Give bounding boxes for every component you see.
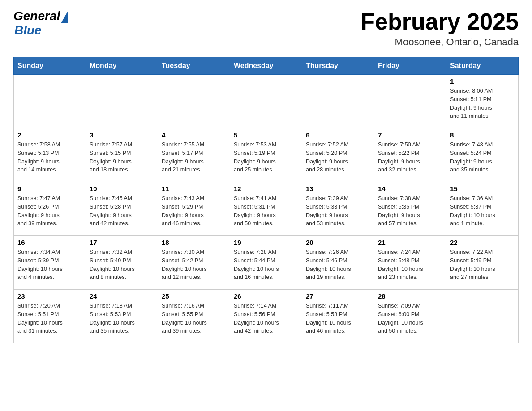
calendar-cell: 19Sunrise: 7:28 AM Sunset: 5:44 PM Dayli… xyxy=(230,236,302,290)
day-info: Sunrise: 7:22 AM Sunset: 5:49 PM Dayligh… xyxy=(450,248,515,282)
header-saturday: Saturday xyxy=(446,57,519,75)
calendar-cell: 3Sunrise: 7:57 AM Sunset: 5:15 PM Daylig… xyxy=(86,128,158,182)
calendar-cell: 13Sunrise: 7:39 AM Sunset: 5:33 PM Dayli… xyxy=(302,182,374,236)
day-number: 2 xyxy=(17,131,82,139)
calendar-cell: 15Sunrise: 7:36 AM Sunset: 5:37 PM Dayli… xyxy=(446,182,519,236)
day-info: Sunrise: 7:57 AM Sunset: 5:15 PM Dayligh… xyxy=(90,141,154,174)
calendar-cell xyxy=(86,75,158,128)
page-header: General Blue February 2025 Moosonee, Ont… xyxy=(13,9,519,48)
day-number: 19 xyxy=(234,239,298,246)
day-number: 13 xyxy=(306,185,370,193)
day-number: 16 xyxy=(17,239,82,246)
calendar-cell xyxy=(302,75,374,128)
day-number: 24 xyxy=(90,292,154,300)
day-number: 21 xyxy=(378,239,442,246)
day-number: 3 xyxy=(90,131,154,139)
logo-blue-text: Blue xyxy=(14,23,42,38)
day-info: Sunrise: 7:09 AM Sunset: 6:00 PM Dayligh… xyxy=(378,302,442,335)
day-info: Sunrise: 7:41 AM Sunset: 5:31 PM Dayligh… xyxy=(234,194,298,228)
week-row-4: 16Sunrise: 7:34 AM Sunset: 5:39 PM Dayli… xyxy=(14,236,519,290)
calendar-cell: 12Sunrise: 7:41 AM Sunset: 5:31 PM Dayli… xyxy=(230,182,302,236)
day-info: Sunrise: 7:20 AM Sunset: 5:51 PM Dayligh… xyxy=(17,302,82,335)
calendar-cell: 25Sunrise: 7:16 AM Sunset: 5:55 PM Dayli… xyxy=(158,290,230,343)
calendar-cell: 4Sunrise: 7:55 AM Sunset: 5:17 PM Daylig… xyxy=(158,128,230,182)
calendar-cell: 21Sunrise: 7:24 AM Sunset: 5:48 PM Dayli… xyxy=(374,236,446,290)
day-number: 5 xyxy=(234,131,298,139)
day-info: Sunrise: 7:30 AM Sunset: 5:42 PM Dayligh… xyxy=(162,248,226,282)
day-number: 4 xyxy=(162,131,226,139)
calendar-cell: 2Sunrise: 7:58 AM Sunset: 5:13 PM Daylig… xyxy=(14,128,86,182)
day-number: 17 xyxy=(90,239,154,246)
calendar-cell: 24Sunrise: 7:18 AM Sunset: 5:53 PM Dayli… xyxy=(86,290,158,343)
calendar-cell: 1Sunrise: 8:00 AM Sunset: 5:11 PM Daylig… xyxy=(446,75,519,128)
day-number: 7 xyxy=(378,131,442,139)
day-info: Sunrise: 8:00 AM Sunset: 5:11 PM Dayligh… xyxy=(450,87,515,120)
day-number: 12 xyxy=(234,185,298,193)
day-info: Sunrise: 7:14 AM Sunset: 5:56 PM Dayligh… xyxy=(234,302,298,335)
title-block: February 2025 Moosonee, Ontario, Canada xyxy=(360,9,519,48)
month-title: February 2025 xyxy=(360,9,519,34)
day-info: Sunrise: 7:32 AM Sunset: 5:40 PM Dayligh… xyxy=(90,248,154,282)
day-number: 8 xyxy=(450,131,515,139)
day-number: 10 xyxy=(90,185,154,193)
calendar-cell: 11Sunrise: 7:43 AM Sunset: 5:29 PM Dayli… xyxy=(158,182,230,236)
calendar-cell xyxy=(374,75,446,128)
calendar-cell: 23Sunrise: 7:20 AM Sunset: 5:51 PM Dayli… xyxy=(14,290,86,343)
week-row-1: 1Sunrise: 8:00 AM Sunset: 5:11 PM Daylig… xyxy=(14,75,519,128)
calendar-cell: 9Sunrise: 7:47 AM Sunset: 5:26 PM Daylig… xyxy=(14,182,86,236)
week-row-5: 23Sunrise: 7:20 AM Sunset: 5:51 PM Dayli… xyxy=(14,290,519,343)
calendar-header-row: SundayMondayTuesdayWednesdayThursdayFrid… xyxy=(14,57,519,75)
logo: General Blue xyxy=(13,9,68,38)
day-number: 9 xyxy=(17,185,82,193)
day-info: Sunrise: 7:47 AM Sunset: 5:26 PM Dayligh… xyxy=(17,194,82,228)
day-number: 18 xyxy=(162,239,226,246)
day-info: Sunrise: 7:43 AM Sunset: 5:29 PM Dayligh… xyxy=(162,194,226,228)
calendar-cell: 5Sunrise: 7:53 AM Sunset: 5:19 PM Daylig… xyxy=(230,128,302,182)
calendar-cell: 20Sunrise: 7:26 AM Sunset: 5:46 PM Dayli… xyxy=(302,236,374,290)
calendar-cell: 28Sunrise: 7:09 AM Sunset: 6:00 PM Dayli… xyxy=(374,290,446,343)
day-number: 11 xyxy=(162,185,226,193)
day-info: Sunrise: 7:45 AM Sunset: 5:28 PM Dayligh… xyxy=(90,194,154,228)
day-number: 26 xyxy=(234,292,298,300)
week-row-2: 2Sunrise: 7:58 AM Sunset: 5:13 PM Daylig… xyxy=(14,128,519,182)
calendar-cell xyxy=(158,75,230,128)
day-info: Sunrise: 7:58 AM Sunset: 5:13 PM Dayligh… xyxy=(17,141,82,174)
calendar-table: SundayMondayTuesdayWednesdayThursdayFrid… xyxy=(13,57,519,343)
day-number: 27 xyxy=(306,292,370,300)
day-info: Sunrise: 7:50 AM Sunset: 5:22 PM Dayligh… xyxy=(378,141,442,174)
week-row-3: 9Sunrise: 7:47 AM Sunset: 5:26 PM Daylig… xyxy=(14,182,519,236)
calendar-cell: 17Sunrise: 7:32 AM Sunset: 5:40 PM Dayli… xyxy=(86,236,158,290)
day-number: 1 xyxy=(450,77,515,85)
logo-general-text: General xyxy=(13,9,60,23)
day-info: Sunrise: 7:18 AM Sunset: 5:53 PM Dayligh… xyxy=(90,302,154,335)
day-info: Sunrise: 7:38 AM Sunset: 5:35 PM Dayligh… xyxy=(378,194,442,228)
day-info: Sunrise: 7:55 AM Sunset: 5:17 PM Dayligh… xyxy=(162,141,226,174)
header-wednesday: Wednesday xyxy=(230,57,302,75)
day-info: Sunrise: 7:11 AM Sunset: 5:58 PM Dayligh… xyxy=(306,302,370,335)
calendar-cell: 6Sunrise: 7:52 AM Sunset: 5:20 PM Daylig… xyxy=(302,128,374,182)
day-info: Sunrise: 7:34 AM Sunset: 5:39 PM Dayligh… xyxy=(17,248,82,282)
day-info: Sunrise: 7:26 AM Sunset: 5:46 PM Dayligh… xyxy=(306,248,370,282)
day-number: 25 xyxy=(162,292,226,300)
calendar-cell: 16Sunrise: 7:34 AM Sunset: 5:39 PM Dayli… xyxy=(14,236,86,290)
calendar-cell: 27Sunrise: 7:11 AM Sunset: 5:58 PM Dayli… xyxy=(302,290,374,343)
calendar-cell: 8Sunrise: 7:48 AM Sunset: 5:24 PM Daylig… xyxy=(446,128,519,182)
header-monday: Monday xyxy=(86,57,158,75)
calendar-cell: 22Sunrise: 7:22 AM Sunset: 5:49 PM Dayli… xyxy=(446,236,519,290)
calendar-cell xyxy=(14,75,86,128)
calendar-cell: 14Sunrise: 7:38 AM Sunset: 5:35 PM Dayli… xyxy=(374,182,446,236)
calendar-cell xyxy=(230,75,302,128)
day-info: Sunrise: 7:36 AM Sunset: 5:37 PM Dayligh… xyxy=(450,194,515,228)
header-tuesday: Tuesday xyxy=(158,57,230,75)
day-number: 28 xyxy=(378,292,442,300)
day-info: Sunrise: 7:52 AM Sunset: 5:20 PM Dayligh… xyxy=(306,141,370,174)
day-number: 22 xyxy=(450,239,515,246)
day-number: 6 xyxy=(306,131,370,139)
day-info: Sunrise: 7:48 AM Sunset: 5:24 PM Dayligh… xyxy=(450,141,515,174)
location-text: Moosonee, Ontario, Canada xyxy=(395,36,519,48)
day-number: 14 xyxy=(378,185,442,193)
day-info: Sunrise: 7:53 AM Sunset: 5:19 PM Dayligh… xyxy=(234,141,298,174)
calendar-cell: 26Sunrise: 7:14 AM Sunset: 5:56 PM Dayli… xyxy=(230,290,302,343)
logo-triangle-icon xyxy=(61,11,68,23)
day-info: Sunrise: 7:24 AM Sunset: 5:48 PM Dayligh… xyxy=(378,248,442,282)
